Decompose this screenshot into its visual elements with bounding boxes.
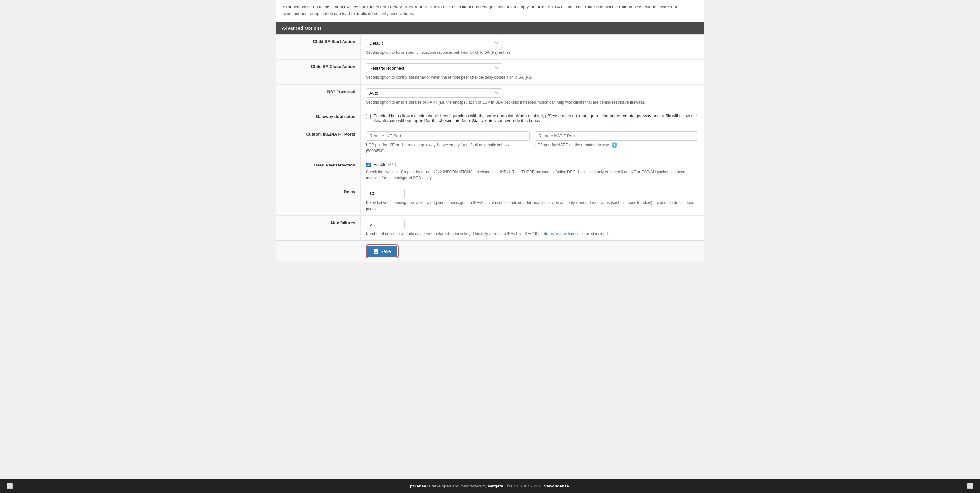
custom-ike-ports-label: Custom IKE/NAT-T Ports [277, 127, 361, 158]
custom-ike-ports-row: Custom IKE/NAT-T Ports UDP port for IKE … [277, 127, 704, 158]
nat-traversal-help: Set this option to enable the use of NAT… [366, 100, 698, 105]
max-failures-row: Max failures Number of consecutive failu… [277, 216, 704, 241]
delay-help: Delay between sending peer acknowledgeme… [366, 200, 698, 211]
max-failures-label: Max failures [277, 216, 361, 241]
footer-license-link[interactable]: View license [544, 483, 569, 488]
save-button[interactable]: Save [367, 246, 397, 257]
footer-brand-name: pfSense [410, 483, 426, 488]
footer-left-icon: ⬜ [6, 483, 13, 489]
dead-peer-detection-row: Dead Peer Detection Enable DPD Check the… [277, 158, 704, 185]
nat-port-help: UDP port for NAT-T on the remote gateway… [535, 142, 698, 148]
nat-traversal-select[interactable]: Auto Force Disable [366, 89, 502, 98]
delay-label: Delay [277, 185, 361, 216]
child-sa-start-action-row: Child SA Start Action Default None Start… [277, 35, 704, 60]
delay-input[interactable] [366, 189, 405, 198]
nat-port-group: UDP port for NAT-T on the remote gateway… [535, 131, 698, 154]
delay-value: Delay between sending peer acknowledgeme… [361, 185, 704, 216]
footer: ⬜ pfSense is developed and maintained by… [0, 479, 980, 493]
gateway-duplicates-checkbox-label: Enable this to allow multiple phase 1 co… [373, 113, 698, 123]
footer-netgate: Netgate [488, 483, 503, 488]
dead-peer-detection-help: Check the liveness of a peer by using IK… [366, 169, 698, 181]
nat-traversal-row: NAT Traversal Auto Force Disable Set thi… [277, 84, 704, 109]
custom-ike-ports-value: UDP port for IKE on the remote gateway. … [361, 127, 704, 158]
max-failures-help: Number of consecutive failures allowed b… [366, 231, 698, 236]
enable-dpd-label: Enable DPD [373, 162, 397, 167]
footer-text-after: . © ESF 2004 - 2024 [504, 483, 544, 488]
child-sa-close-action-help: Set this option to control the behavior … [366, 75, 698, 80]
child-sa-close-action-select[interactable]: Default None Restart/Reconnect Trap [366, 63, 502, 73]
enable-dpd-checkbox[interactable] [366, 163, 371, 168]
remote-nat-port-input[interactable] [535, 131, 698, 141]
child-sa-start-action-value: Default None Start Trap Set this option … [361, 35, 704, 60]
footer-license-link-text: View license [544, 483, 569, 488]
child-sa-start-action-label: Child SA Start Action [277, 35, 361, 60]
ike-port-help: UDP port for IKE on the remote gateway. … [366, 142, 530, 154]
child-sa-close-action-label: Child SA Close Action [277, 60, 361, 84]
delay-row: Delay Delay between sending peer acknowl… [277, 185, 704, 216]
footer-center: pfSense is developed and maintained by N… [13, 483, 967, 488]
max-failures-value: Number of consecutive failures allowed b… [361, 216, 704, 241]
save-icon [373, 249, 379, 254]
remote-ike-port-input[interactable] [366, 131, 530, 141]
footer-link-suffix: . [569, 483, 570, 488]
dead-peer-detection-label: Dead Peer Detection [277, 158, 361, 185]
gateway-duplicates-row: Gateway duplicates Enable this to allow … [277, 109, 704, 127]
nat-traversal-label: NAT Traversal [277, 84, 361, 109]
footer-text-middle: is developed and maintained by [428, 483, 488, 488]
retransmission-timeout-link[interactable]: retransmission timeout [541, 231, 582, 236]
advanced-options-form: Child SA Start Action Default None Start… [276, 34, 704, 241]
footer-right-icon: ⬜ [967, 483, 974, 489]
max-failures-input[interactable] [366, 220, 405, 229]
child-sa-close-action-value: Default None Restart/Reconnect Trap Set … [361, 60, 704, 84]
nat-traversal-value: Auto Force Disable Set this option to en… [361, 84, 704, 109]
gateway-duplicates-label: Gateway duplicates [277, 109, 361, 127]
top-description-text: A random value up to this amount will be… [283, 5, 677, 16]
gateway-duplicates-value: Enable this to allow multiple phase 1 co… [361, 109, 704, 127]
child-sa-start-action-help: Set this option to force specific initia… [366, 49, 698, 55]
advanced-options-header: Advanced Options [276, 22, 704, 34]
child-sa-close-action-row: Child SA Close Action Default None Resta… [277, 60, 704, 84]
gateway-duplicates-checkbox[interactable] [366, 114, 371, 119]
ike-port-group: UDP port for IKE on the remote gateway. … [366, 131, 530, 154]
nat-port-info-icon[interactable]: i [611, 142, 617, 148]
save-button-label: Save [380, 249, 391, 254]
dead-peer-detection-value: Enable DPD Check the liveness of a peer … [361, 158, 704, 185]
child-sa-start-action-select[interactable]: Default None Start Trap [366, 38, 502, 48]
top-description: A random value up to this amount will be… [276, 0, 704, 22]
save-row: Save [276, 241, 704, 262]
